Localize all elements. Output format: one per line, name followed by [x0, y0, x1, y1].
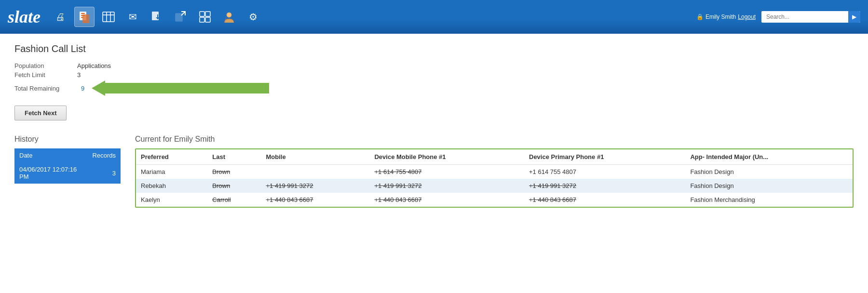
user-info: 🔒 Emily Smith Logout — [696, 13, 756, 20]
arrow-annotation — [92, 80, 269, 96]
settings-icon[interactable]: ⚙ — [243, 7, 263, 27]
fetch-next-button[interactable]: Fetch Next — [14, 106, 67, 120]
col-mobile: Mobile — [261, 149, 370, 165]
table-view-icon[interactable] — [98, 7, 119, 27]
history-section: History Date Records 04/06/2017 12:07:16… — [14, 135, 121, 184]
current-row: Rebekah Brown +1 419 991 3272 +1 419 991… — [136, 179, 853, 193]
print-icon[interactable]: 🖨 — [50, 7, 70, 27]
history-records: 3 — [88, 162, 121, 184]
cell-major: Fashion Merchandising — [685, 193, 853, 207]
history-records-header: Records — [88, 148, 121, 162]
population-value: Applications — [77, 62, 111, 69]
svg-rect-13 — [176, 13, 182, 21]
history-header-row: Date Records — [14, 148, 121, 162]
fetch-limit-row: Fetch Limit 3 — [14, 71, 854, 79]
col-major: App- Intended Major (Un... — [685, 149, 853, 165]
svg-rect-12 — [153, 20, 162, 22]
cell-device-mobile: +1 419 991 3272 — [369, 179, 524, 193]
cell-last: Carroll — [207, 193, 261, 207]
app-logo: slate — [8, 7, 41, 27]
cell-mobile — [261, 165, 370, 179]
person-icon[interactable] — [219, 7, 239, 27]
cell-device-primary: +1 419 991 3272 — [524, 179, 685, 193]
current-header-row: Preferred Last Mobile Device Mobile Phon… — [136, 149, 853, 165]
history-date-header: Date — [14, 148, 88, 162]
main-content: Fashion Call List Population Application… — [0, 34, 868, 293]
col-preferred: Preferred — [136, 149, 207, 165]
history-table: Date Records 04/06/2017 12:07:16 PM 3 — [14, 148, 121, 184]
cell-major: Fashion Design — [685, 179, 853, 193]
svg-rect-1 — [81, 13, 85, 14]
cell-last: Brown — [207, 179, 261, 193]
cell-device-primary: +1 614 755 4807 — [524, 165, 685, 179]
population-label: Population — [14, 62, 77, 69]
svg-rect-4 — [82, 14, 89, 23]
header-right: 🔒 Emily Smith Logout ▶ — [696, 11, 860, 23]
svg-rect-16 — [205, 12, 210, 16]
cell-major: Fashion Design — [685, 165, 853, 179]
total-remaining-label: Total Remaining — [14, 85, 77, 92]
download-icon[interactable] — [147, 7, 167, 27]
fetch-limit-value: 3 — [77, 71, 81, 79]
cell-mobile: +1 440 843 6687 — [261, 193, 370, 207]
export-icon[interactable] — [171, 7, 191, 27]
cell-preferred: Rebekah — [136, 179, 207, 193]
documents-icon[interactable] — [74, 7, 95, 27]
svg-point-19 — [227, 13, 231, 17]
lock-icon: 🔒 — [696, 13, 704, 20]
cell-device-primary: +1 440 843 6687 — [524, 193, 685, 207]
cell-device-mobile: +1 440 843 6687 — [369, 193, 524, 207]
col-last: Last — [207, 149, 261, 165]
user-name: Emily Smith — [705, 13, 736, 20]
logout-link[interactable]: Logout — [738, 13, 756, 20]
svg-rect-15 — [200, 12, 204, 16]
page-title: Fashion Call List — [14, 43, 854, 54]
cell-preferred: Mariama — [136, 165, 207, 179]
cell-last: Brown — [207, 165, 261, 179]
col-device-primary: Device Primary Phone #1 — [524, 149, 685, 165]
header: slate 🖨 ✉ — [0, 0, 868, 34]
history-date: 04/06/2017 12:07:16 PM — [14, 162, 88, 184]
search-input[interactable] — [761, 11, 848, 23]
cell-mobile: +1 419 991 3272 — [261, 179, 370, 193]
fetch-limit-label: Fetch Limit — [14, 71, 77, 79]
total-remaining-row: Total Remaining 9 — [14, 80, 854, 96]
info-table: Population Applications Fetch Limit 3 To… — [14, 62, 854, 96]
col-device-mobile: Device Mobile Phone #1 — [369, 149, 524, 165]
bottom-section: History Date Records 04/06/2017 12:07:16… — [14, 135, 854, 208]
current-row: Kaelyn Carroll +1 440 843 6687 +1 440 84… — [136, 193, 853, 207]
header-nav: 🖨 ✉ — [50, 7, 696, 27]
history-row: 04/06/2017 12:07:16 PM 3 — [14, 162, 121, 184]
cell-device-mobile: +1 614 755 4807 — [369, 165, 524, 179]
current-table: Preferred Last Mobile Device Mobile Phon… — [136, 149, 853, 207]
svg-rect-18 — [205, 17, 210, 22]
cell-preferred: Kaelyn — [136, 193, 207, 207]
arrow-head — [92, 80, 105, 96]
current-title: Current for Emily Smith — [135, 135, 854, 144]
search-button[interactable]: ▶ — [848, 11, 860, 23]
total-remaining-value: 9 — [81, 85, 84, 92]
current-row: Mariama Brown +1 614 755 4807 +1 614 755… — [136, 165, 853, 179]
current-table-wrapper: Preferred Last Mobile Device Mobile Phon… — [135, 148, 854, 208]
grid-icon[interactable] — [195, 7, 215, 27]
email-icon[interactable]: ✉ — [122, 7, 143, 27]
current-section: Current for Emily Smith Preferred Last M… — [135, 135, 854, 208]
arrow-body — [105, 83, 269, 93]
search-box: ▶ — [761, 11, 860, 23]
population-row: Population Applications — [14, 62, 854, 69]
history-title: History — [14, 135, 121, 144]
svg-rect-5 — [103, 12, 114, 22]
svg-rect-17 — [200, 17, 204, 22]
